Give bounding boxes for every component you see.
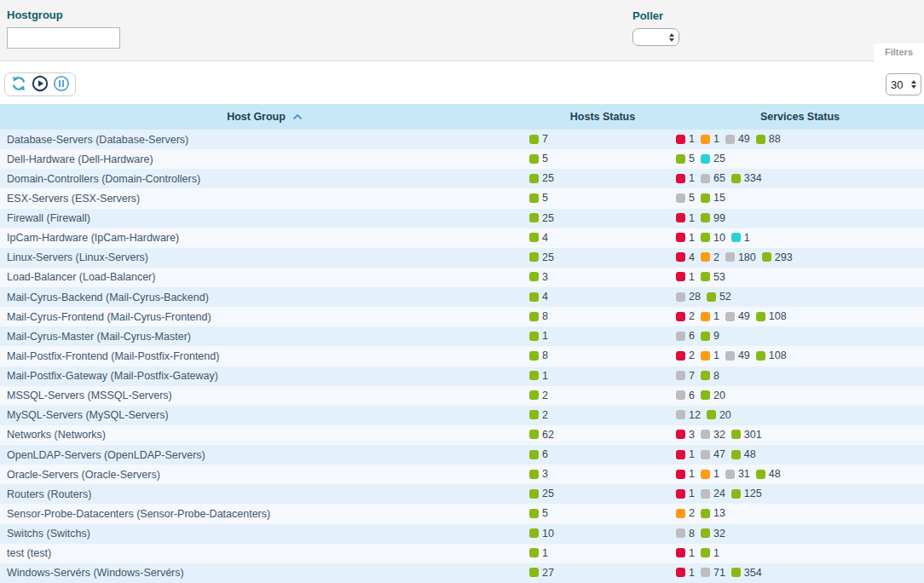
- status-ok-badge[interactable]: 1: [529, 370, 548, 382]
- status-ok-badge[interactable]: 5: [676, 153, 695, 165]
- status-ok-badge[interactable]: 5: [529, 153, 548, 165]
- status-ok-badge[interactable]: 5: [529, 192, 548, 204]
- page-size-select[interactable]: 30: [886, 73, 921, 95]
- status-ok-badge[interactable]: 301: [731, 429, 762, 441]
- status-ok-badge[interactable]: 3: [529, 271, 548, 283]
- status-ok-badge[interactable]: 25: [529, 251, 554, 263]
- play-button[interactable]: [31, 75, 49, 94]
- status-ok-badge[interactable]: 354: [731, 567, 762, 579]
- hostgroup-name[interactable]: IpCam-Hardware (IpCam-Hardware): [0, 232, 529, 244]
- status-ok-badge[interactable]: 125: [731, 488, 762, 499]
- status-ok-badge[interactable]: 2: [529, 409, 548, 421]
- pause-button[interactable]: [52, 75, 71, 94]
- status-unknown-badge[interactable]: 180: [725, 251, 756, 263]
- column-header-services-status[interactable]: Services Status: [676, 111, 924, 123]
- status-unknown-badge[interactable]: 65: [701, 172, 725, 184]
- status-ok-badge[interactable]: 1: [529, 547, 548, 559]
- hostgroup-name[interactable]: Switchs (Switchs): [0, 528, 529, 540]
- status-unknown-badge[interactable]: 8: [676, 528, 695, 540]
- hostgroup-name[interactable]: Linux-Servers (Linux-Servers): [0, 251, 529, 263]
- status-unknown-badge[interactable]: 47: [701, 448, 725, 460]
- status-ok-badge[interactable]: 48: [731, 448, 756, 460]
- status-warning-badge[interactable]: 1: [701, 310, 719, 322]
- status-unknown-badge[interactable]: 12: [676, 409, 701, 421]
- column-header-hosts-status[interactable]: Hosts Status: [529, 111, 676, 123]
- status-critical-badge[interactable]: 4: [676, 251, 695, 263]
- status-ok-badge[interactable]: 25: [529, 172, 554, 184]
- status-critical-badge[interactable]: 1: [676, 448, 695, 460]
- status-ok-badge[interactable]: 10: [701, 232, 725, 244]
- status-critical-badge[interactable]: 2: [676, 310, 695, 322]
- status-ok-badge[interactable]: 1: [701, 547, 719, 559]
- status-unknown-badge[interactable]: 31: [725, 468, 750, 480]
- status-ok-badge[interactable]: 15: [701, 192, 725, 204]
- hostgroup-name[interactable]: Sensor-Probe-Datacenters (Sensor-Probe-D…: [0, 508, 529, 520]
- status-ok-badge[interactable]: 2: [529, 390, 548, 401]
- status-ok-badge[interactable]: 5: [529, 507, 548, 519]
- hostgroup-name[interactable]: Mail-Cyrus-Frontend (Mail-Cyrus-Frontend…: [0, 311, 529, 323]
- hostgroup-name[interactable]: Mail-Cyrus-Backend (Mail-Cyrus-Backend): [0, 292, 529, 303]
- status-critical-badge[interactable]: 1: [676, 488, 695, 499]
- status-unknown-badge[interactable]: 49: [725, 349, 750, 361]
- status-warning-badge[interactable]: 2: [676, 507, 695, 519]
- status-warning-badge[interactable]: 1: [701, 349, 719, 361]
- status-ok-badge[interactable]: 7: [529, 133, 548, 145]
- status-ok-badge[interactable]: 99: [701, 212, 725, 224]
- status-ok-badge[interactable]: 8: [529, 349, 548, 361]
- status-ok-badge[interactable]: 13: [701, 507, 725, 519]
- status-unknown-badge[interactable]: 71: [701, 567, 725, 579]
- hostgroup-name[interactable]: OpenLDAP-Servers (OpenLDAP-Servers): [0, 449, 529, 461]
- hostgroup-name[interactable]: Mail-Postfix-Frontend (Mail-Postfix-Fron…: [0, 350, 529, 362]
- hostgroup-name[interactable]: Load-Balancer (Load-Balancer): [0, 271, 529, 283]
- status-critical-badge[interactable]: 1: [676, 172, 695, 184]
- status-ok-badge[interactable]: 88: [756, 133, 781, 145]
- hostgroup-name[interactable]: Oracle-Servers (Oracle-Servers): [0, 469, 529, 481]
- status-ok-badge[interactable]: 20: [701, 390, 725, 401]
- status-ok-badge[interactable]: 20: [707, 409, 731, 421]
- status-critical-badge[interactable]: 1: [676, 468, 695, 480]
- poller-select[interactable]: [632, 28, 679, 46]
- status-ok-badge[interactable]: 108: [756, 310, 787, 322]
- status-ok-badge[interactable]: 9: [701, 330, 719, 342]
- hostgroup-name[interactable]: Firewall (Firewall): [0, 212, 529, 224]
- status-ok-badge[interactable]: 4: [529, 291, 548, 303]
- status-warning-badge[interactable]: 2: [701, 251, 719, 263]
- status-critical-badge[interactable]: 1: [676, 232, 695, 244]
- status-critical-badge[interactable]: 1: [676, 212, 695, 224]
- status-ok-badge[interactable]: 8: [701, 370, 719, 382]
- hostgroup-name[interactable]: Database-Servers (Database-Servers): [0, 134, 529, 146]
- status-ok-badge[interactable]: 10: [529, 528, 554, 540]
- status-ok-badge[interactable]: 32: [701, 528, 725, 540]
- status-ok-badge[interactable]: 62: [529, 429, 554, 441]
- status-critical-badge[interactable]: 1: [676, 271, 695, 283]
- filters-tab[interactable]: Filters: [874, 43, 924, 61]
- hostgroup-name[interactable]: Networks (Networks): [0, 429, 529, 441]
- status-ok-badge[interactable]: 6: [529, 448, 548, 460]
- status-critical-badge[interactable]: 2: [676, 349, 695, 361]
- status-ok-badge[interactable]: 52: [707, 291, 731, 303]
- status-ok-badge[interactable]: 27: [529, 567, 554, 579]
- status-ok-badge[interactable]: 8: [529, 310, 548, 322]
- status-ok-badge[interactable]: 334: [731, 172, 762, 184]
- hostgroup-name[interactable]: MSSQL-Servers (MSSQL-Servers): [0, 390, 529, 401]
- hostgroup-name[interactable]: MySQL-Servers (MySQL-Servers): [0, 409, 529, 421]
- refresh-button[interactable]: [9, 75, 28, 94]
- status-ok-badge[interactable]: 48: [756, 468, 781, 480]
- hostgroup-name[interactable]: Domain-Controllers (Domain-Controllers): [0, 173, 529, 185]
- status-critical-badge[interactable]: 1: [676, 547, 695, 559]
- status-warning-badge[interactable]: 1: [701, 133, 719, 145]
- status-unknown-badge[interactable]: 7: [676, 370, 695, 382]
- status-ok-badge[interactable]: 25: [529, 212, 554, 224]
- hostgroup-name[interactable]: ESX-Servers (ESX-Servers): [0, 193, 529, 205]
- status-pending-badge[interactable]: 1: [731, 232, 750, 244]
- hostgroup-name[interactable]: Dell-Hardware (Dell-Hardware): [0, 153, 529, 165]
- status-unknown-badge[interactable]: 49: [725, 133, 750, 145]
- hostgroup-input[interactable]: [7, 27, 120, 49]
- status-unknown-badge[interactable]: 49: [725, 310, 750, 322]
- status-ok-badge[interactable]: 53: [701, 271, 725, 283]
- hostgroup-name[interactable]: Mail-Cyrus-Master (Mail-Cyrus-Master): [0, 331, 529, 343]
- status-critical-badge[interactable]: 1: [676, 133, 695, 145]
- status-unknown-badge[interactable]: 6: [676, 390, 695, 401]
- status-warning-badge[interactable]: 1: [701, 468, 719, 480]
- hostgroup-name[interactable]: Windows-Servérs (Windows-Servérs): [0, 567, 529, 579]
